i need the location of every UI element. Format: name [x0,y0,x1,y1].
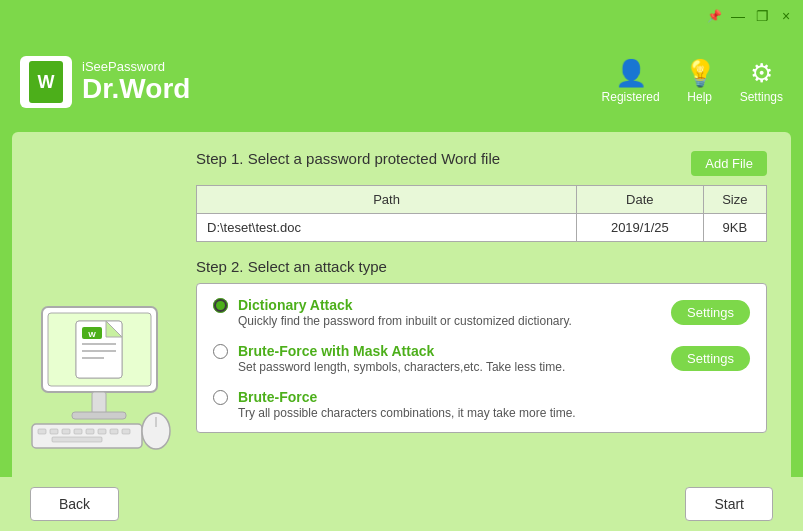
close-button[interactable]: × [777,7,795,25]
radio-dictionary-wrap[interactable] [213,298,228,317]
file-size: 9KB [703,214,766,242]
attack-mask-text: Brute-Force with Mask Attack Set passwor… [238,342,661,374]
nav-settings[interactable]: ⚙ Settings [740,60,783,104]
svg-rect-12 [32,424,142,448]
svg-rect-21 [52,437,102,442]
attack-dictionary-text: Dictionary Attack Quickly find the passw… [238,296,661,328]
settings-icon: ⚙ [750,60,773,86]
header: iSeePassword Dr.Word 👤 Registered 💡 Help… [0,32,803,132]
svg-rect-17 [86,429,94,434]
step2-area: Step 2. Select an attack type Dictionary… [196,258,767,433]
svg-rect-13 [38,429,46,434]
step2-label: Step 2. Select an attack type [196,258,767,275]
attack-options-box: Dictionary Attack Quickly find the passw… [196,283,767,433]
main-content: W Step 1. Select a password protected Wo… [12,132,791,519]
word-icon [29,61,63,103]
svg-rect-16 [74,429,82,434]
attack-mask-title[interactable]: Brute-Force with Mask Attack [238,343,434,359]
attack-option-brute: Brute-Force Try all possible characters … [213,388,750,420]
radio-dictionary[interactable] [213,298,228,313]
attack-option-mask: Brute-Force with Mask Attack Set passwor… [213,342,750,374]
add-file-button[interactable]: Add File [691,151,767,176]
attack-dictionary-title[interactable]: Dictionary Attack [238,297,353,313]
radio-brute-wrap[interactable] [213,390,228,409]
svg-rect-18 [98,429,106,434]
svg-rect-19 [110,429,118,434]
start-button[interactable]: Start [685,487,773,521]
table-row: D:\teset\test.doc 2019/1/25 9KB [197,214,767,242]
settings-label: Settings [740,90,783,104]
logo-main-text: Dr.Word [82,74,190,105]
mask-settings-button[interactable]: Settings [671,346,750,371]
bottom-bar: Back Start [0,477,803,531]
registered-icon: 👤 [615,60,647,86]
pin-button[interactable]: 📌 [705,7,723,25]
svg-rect-14 [50,429,58,434]
radio-mask[interactable] [213,344,228,359]
col-size: Size [703,186,766,214]
svg-text:W: W [88,330,96,339]
step1-header: Step 1. Select a password protected Word… [196,150,767,177]
nav-registered[interactable]: 👤 Registered [602,60,660,104]
registered-label: Registered [602,90,660,104]
table-header-row: Path Date Size [197,186,767,214]
help-label: Help [687,90,712,104]
col-date: Date [577,186,704,214]
attack-brute-title[interactable]: Brute-Force [238,389,317,405]
logo-top-text: iSeePassword [82,59,190,74]
step1-label: Step 1. Select a password protected Word… [196,150,500,167]
attack-brute-text: Brute-Force Try all possible characters … [238,388,750,420]
file-path: D:\teset\test.doc [197,214,577,242]
svg-rect-20 [122,429,130,434]
file-table-container: Path Date Size D:\teset\test.doc 2019/1/… [196,185,767,242]
back-button[interactable]: Back [30,487,119,521]
radio-mask-wrap[interactable] [213,344,228,363]
app-logo-icon [20,56,72,108]
minimize-button[interactable]: — [729,7,747,25]
title-bar-controls: 📌 — ❐ × [705,7,795,25]
file-date: 2019/1/25 [577,214,704,242]
svg-rect-10 [92,392,106,414]
logo-text: iSeePassword Dr.Word [82,59,190,105]
nav-help[interactable]: 💡 Help [684,60,716,104]
file-table: Path Date Size D:\teset\test.doc 2019/1/… [196,185,767,242]
attack-option-dictionary: Dictionary Attack Quickly find the passw… [213,296,750,328]
nav-actions: 👤 Registered 💡 Help ⚙ Settings [602,60,783,104]
help-icon: 💡 [684,60,716,86]
col-path: Path [197,186,577,214]
dictionary-settings-button[interactable]: Settings [671,300,750,325]
restore-button[interactable]: ❐ [753,7,771,25]
svg-rect-11 [72,412,126,419]
attack-dictionary-desc: Quickly find the password from inbuilt o… [238,314,661,328]
svg-rect-15 [62,429,70,434]
logo-area: iSeePassword Dr.Word [20,56,190,108]
title-bar: 📌 — ❐ × [0,0,803,32]
radio-brute[interactable] [213,390,228,405]
attack-brute-desc: Try all possible characters combinations… [238,406,750,420]
attack-mask-desc: Set password length, symbols, characters… [238,360,661,374]
computer-illustration: W [24,299,184,459]
